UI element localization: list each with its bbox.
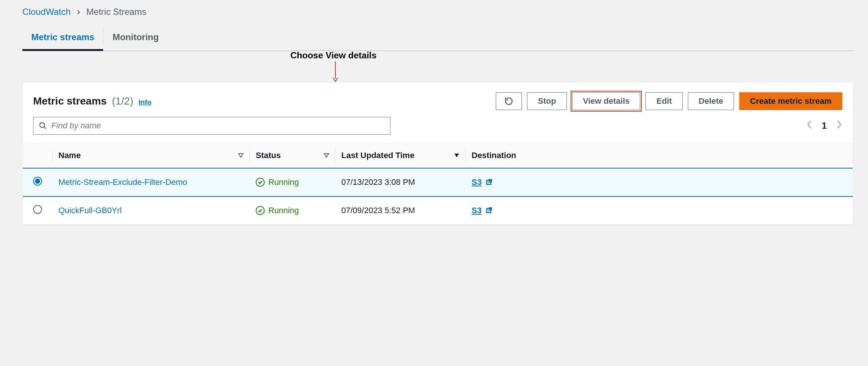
breadcrumb: CloudWatch Metric Streams (22, 7, 853, 17)
svg-point-1 (40, 123, 45, 128)
table-row[interactable]: QuickFull-GB0Yrl Running 07/09/2023 5:52… (23, 196, 853, 225)
delete-button[interactable]: Delete (688, 92, 734, 110)
search-icon (39, 122, 47, 130)
external-link-icon (485, 178, 493, 186)
stop-button[interactable]: Stop (527, 92, 567, 110)
panel-header: Metric streams (1/2) Info Stop View deta… (23, 83, 853, 117)
arrow-down-icon (332, 61, 339, 82)
column-status-label: Status (256, 151, 281, 160)
pager: 1 (806, 119, 842, 132)
status-text: Running (268, 206, 299, 215)
external-link-icon (485, 206, 493, 215)
destination-link[interactable]: S3 (472, 206, 493, 215)
row-radio[interactable] (33, 205, 42, 214)
check-circle-icon (256, 206, 265, 215)
column-destination[interactable]: Destination (466, 143, 853, 168)
column-destination-label: Destination (472, 151, 516, 160)
sort-icon (323, 151, 329, 160)
destination-text: S3 (472, 206, 482, 215)
tab-metric-streams[interactable]: Metric streams (22, 27, 103, 51)
last-updated-cell: 07/13/2023 3:08 PM (335, 168, 466, 196)
breadcrumb-current: Metric Streams (86, 7, 146, 17)
annotation-text: Choose View details (290, 50, 377, 61)
column-last-updated-label: Last Updated Time (341, 151, 414, 160)
table-row[interactable]: Metric-Stream-Exclude-Filter-Demo Runnin… (23, 168, 853, 196)
destination-text: S3 (472, 177, 482, 187)
column-status[interactable]: Status (250, 143, 335, 168)
last-updated-cell: 07/09/2023 5:52 PM (335, 196, 466, 225)
column-name-label: Name (58, 151, 81, 160)
row-radio[interactable] (33, 177, 42, 186)
panel-title-count: (1/2) (112, 95, 134, 107)
refresh-button[interactable] (496, 92, 522, 110)
metric-streams-panel: Metric streams (1/2) Info Stop View deta… (22, 82, 853, 225)
column-name[interactable]: Name (52, 143, 250, 168)
status-text: Running (268, 177, 299, 187)
panel-title-text: Metric streams (33, 95, 107, 107)
stream-name-link[interactable]: Metric-Stream-Exclude-Filter-Demo (58, 177, 187, 187)
refresh-icon (504, 97, 513, 106)
info-link[interactable]: Info (138, 98, 151, 106)
chevron-right-icon (836, 119, 842, 130)
breadcrumb-root-link[interactable]: CloudWatch (22, 7, 71, 17)
tab-monitoring[interactable]: Monitoring (103, 27, 167, 51)
stream-name-link[interactable]: QuickFull-GB0Yrl (58, 206, 122, 215)
pager-prev[interactable] (806, 119, 813, 132)
sort-active-icon (454, 151, 460, 160)
create-metric-stream-button[interactable]: Create metric stream (739, 92, 842, 110)
search-row: 1 (23, 117, 853, 143)
chevron-right-icon (76, 7, 81, 17)
metric-streams-table: Name Status Last Updated Time (23, 143, 853, 225)
pager-page-number: 1 (822, 121, 827, 131)
edit-button[interactable]: Edit (645, 92, 683, 110)
column-last-updated[interactable]: Last Updated Time (335, 143, 466, 168)
search-input[interactable] (51, 121, 385, 131)
status-badge: Running (256, 206, 299, 215)
svg-line-2 (44, 127, 46, 129)
check-circle-icon (256, 178, 265, 187)
pager-next[interactable] (836, 119, 842, 132)
annotation: Choose View details (22, 55, 853, 82)
chevron-left-icon (806, 119, 813, 130)
panel-actions: Stop View details Edit Delete Create met… (496, 92, 842, 110)
destination-link[interactable]: S3 (472, 177, 493, 187)
sort-icon (238, 151, 244, 160)
search-box[interactable] (33, 117, 390, 135)
column-select (23, 143, 52, 168)
status-badge: Running (256, 177, 299, 187)
view-details-button[interactable]: View details (572, 92, 641, 110)
panel-title: Metric streams (1/2) Info (33, 95, 151, 107)
tabs: Metric streams Monitoring (22, 27, 853, 51)
